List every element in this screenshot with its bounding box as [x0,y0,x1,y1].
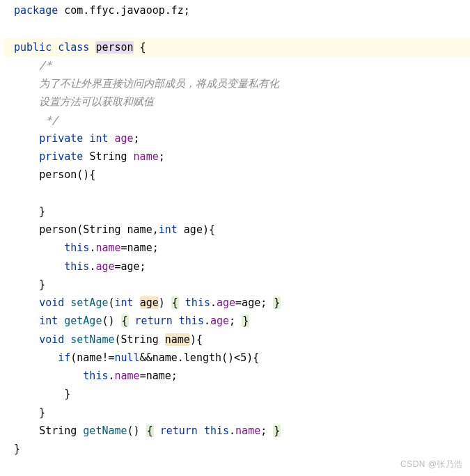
sig-part: (String [115,333,165,346]
number-literal: 5 [240,351,246,364]
cond-part: (name!= [70,351,114,364]
brace-close: } [273,296,281,309]
assign: =age; [115,260,146,273]
constructor-ref: person [39,223,77,236]
brace-open: { [171,296,179,309]
code-line: } [4,276,470,294]
field-name: name [95,241,120,254]
keyword-int: int [115,296,134,309]
sig-part: age){ [178,223,215,236]
keyword-int: int [39,315,58,327]
field-age: age [95,260,114,273]
code-line: void setAge(int age) { this.age=age; } [4,294,470,312]
keyword-this: this [204,425,229,437]
class-name: person [95,41,133,54]
keyword-private: private [39,150,83,163]
field-name: name [235,425,260,437]
keyword-this: this [179,315,204,327]
code-line-blank [4,184,470,203]
cond-part: ){ [246,351,259,364]
brace-open: { [121,315,129,327]
brace-close: } [273,425,281,437]
keyword-int: int [159,223,178,236]
code-line: void setName(String name){ [4,331,470,349]
sig-part: (String name, [77,223,158,236]
watermark: CSDN @张乃浩 [400,457,463,472]
assign: =name; [121,241,159,254]
keyword-private: private [39,132,83,145]
keyword-class: class [58,41,89,54]
code-line-blank [4,19,470,38]
code-line: int getAge() { return this.age; } [4,312,470,330]
keyword-void: void [39,296,64,309]
code-line: package com.ffyc.javaoop.fz; [4,1,470,19]
keyword-return: return [160,425,198,437]
keyword-this: this [64,241,89,254]
code-line: private String name; [4,148,470,166]
method-setName: setName [70,333,114,346]
assign: =name; [140,370,178,382]
keyword-this: this [83,370,108,382]
keyword-void: void [39,333,64,346]
field-age: age [115,132,134,145]
type-string: String [39,425,77,437]
code-line: this.age=age; [4,257,470,276]
comment-line: 为了不让外界直接访问内部成员，将成员变量私有化 [4,74,470,93]
sig-part: ){ [190,333,203,346]
keyword-return: return [135,315,173,327]
package-path: com.ffyc.javaoop.fz; [64,4,190,17]
comment-line: /* [4,56,470,74]
param-name: name [165,333,190,346]
keyword-this: this [185,296,210,309]
brace-open: { [134,41,146,54]
param-age: age [140,296,159,309]
code-line: this.name=name; [4,367,470,385]
assign: =age; [235,296,267,309]
code-line: } [4,404,470,422]
code-line-class-decl: public class person { [4,38,470,56]
code-line: private int age; [4,129,470,148]
code-line: } [4,203,470,221]
code-line: person(String name,int age){ [4,221,470,239]
code-line: } [4,440,470,458]
code-line: String getName() { return this.name; } [4,422,470,440]
comment-line: 设置方法可以获取和赋值 [4,93,470,111]
type-string: String [89,150,127,163]
method-setAge: setAge [70,296,108,309]
field-age: age [217,296,235,309]
brace-open: { [146,425,154,437]
cond-part: &&name.length()< [140,351,241,364]
field-age: age [210,315,229,327]
constructor-ref: person [39,168,77,181]
comment-line: */ [4,111,470,129]
code-line: person(){ [4,166,470,184]
code-line: } [4,385,470,403]
keyword-int: int [89,132,108,145]
keyword-package: package [14,4,58,17]
field-name: name [115,370,140,382]
method-getAge: getAge [64,315,102,327]
keyword-public: public [14,41,52,54]
keyword-null: null [115,351,140,364]
code-line: if(name!=null&&name.length()<5){ [4,349,470,367]
brace-close: } [242,315,249,327]
method-getName: getName [83,425,127,437]
code-line: this.name=name; [4,239,470,257]
field-name: name [134,150,159,163]
code-block: package com.ffyc.javaoop.fz; public clas… [0,0,470,459]
keyword-this: this [64,260,89,273]
keyword-if: if [58,351,70,364]
